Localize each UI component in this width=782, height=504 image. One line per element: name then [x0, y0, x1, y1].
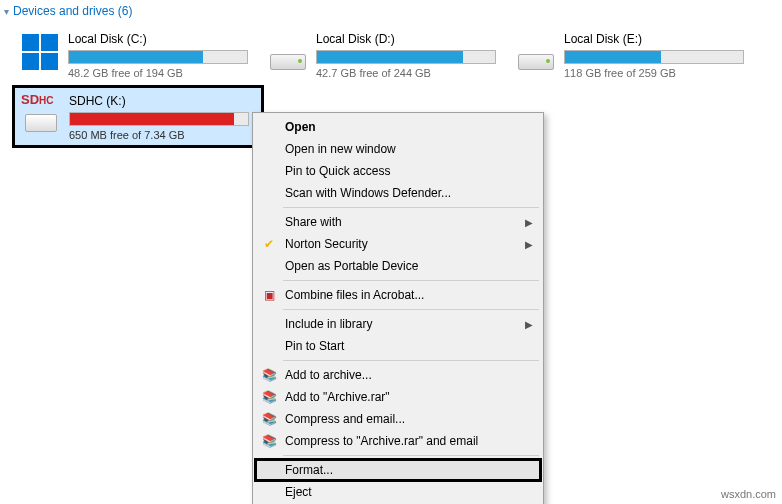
- menu-scan-defender[interactable]: Scan with Windows Defender...: [255, 182, 541, 204]
- drive-sdhc-k[interactable]: SDHC SDHC (K:) 650 MB free of 7.34 GB: [14, 87, 262, 146]
- menu-format[interactable]: Format...: [255, 459, 541, 481]
- hdd-icon: [516, 30, 556, 70]
- winrar-icon: 📚: [261, 367, 277, 383]
- drive-local-e[interactable]: Local Disk (E:) 118 GB free of 259 GB: [510, 26, 758, 83]
- watermark: wsxdn.com: [721, 488, 776, 500]
- windows-drive-icon: [20, 30, 60, 70]
- section-header[interactable]: ▾ Devices and drives (6): [0, 0, 782, 26]
- drive-name: Local Disk (D:): [316, 32, 504, 46]
- acrobat-icon: ▣: [261, 287, 277, 303]
- menu-combine-acrobat[interactable]: ▣ Combine files in Acrobat...: [255, 284, 541, 306]
- menu-separator: [283, 360, 539, 361]
- menu-separator: [283, 455, 539, 456]
- usage-bar: [69, 112, 249, 126]
- drive-name: Local Disk (C:): [68, 32, 256, 46]
- submenu-arrow-icon: ▶: [525, 319, 533, 330]
- menu-norton-security[interactable]: ✔ Norton Security▶: [255, 233, 541, 255]
- drive-name: SDHC (K:): [69, 94, 255, 108]
- menu-compress-rar-email[interactable]: 📚 Compress to "Archive.rar" and email: [255, 430, 541, 452]
- menu-pin-start[interactable]: Pin to Start: [255, 335, 541, 357]
- norton-icon: ✔: [261, 236, 277, 252]
- drive-local-c[interactable]: Local Disk (C:) 48.2 GB free of 194 GB: [14, 26, 262, 83]
- menu-include-library[interactable]: Include in library▶: [255, 313, 541, 335]
- drive-local-d[interactable]: Local Disk (D:) 42.7 GB free of 244 GB: [262, 26, 510, 83]
- submenu-arrow-icon: ▶: [525, 217, 533, 228]
- menu-open[interactable]: Open: [255, 116, 541, 138]
- menu-separator: [283, 309, 539, 310]
- menu-separator: [283, 207, 539, 208]
- winrar-icon: 📚: [261, 433, 277, 449]
- menu-pin-quick-access[interactable]: Pin to Quick access: [255, 160, 541, 182]
- drive-free-text: 118 GB free of 259 GB: [564, 67, 752, 79]
- menu-open-new-window[interactable]: Open in new window: [255, 138, 541, 160]
- winrar-icon: 📚: [261, 389, 277, 405]
- usage-bar: [68, 50, 248, 64]
- hdd-icon: [268, 30, 308, 70]
- submenu-arrow-icon: ▶: [525, 239, 533, 250]
- usage-bar: [316, 50, 496, 64]
- winrar-icon: 📚: [261, 411, 277, 427]
- drive-name: Local Disk (E:): [564, 32, 752, 46]
- drive-free-text: 48.2 GB free of 194 GB: [68, 67, 256, 79]
- sdhc-icon: SDHC: [21, 92, 61, 132]
- menu-add-archive[interactable]: 📚 Add to archive...: [255, 364, 541, 386]
- menu-compress-email[interactable]: 📚 Compress and email...: [255, 408, 541, 430]
- chevron-down-icon: ▾: [4, 6, 9, 17]
- menu-separator: [283, 280, 539, 281]
- section-title: Devices and drives (6): [13, 4, 132, 18]
- drive-free-text: 42.7 GB free of 244 GB: [316, 67, 504, 79]
- menu-share-with[interactable]: Share with▶: [255, 211, 541, 233]
- drive-free-text: 650 MB free of 7.34 GB: [69, 129, 255, 141]
- context-menu: Open Open in new window Pin to Quick acc…: [252, 112, 544, 504]
- menu-open-portable[interactable]: Open as Portable Device: [255, 255, 541, 277]
- menu-add-archive-rar[interactable]: 📚 Add to "Archive.rar": [255, 386, 541, 408]
- usage-bar: [564, 50, 744, 64]
- menu-eject[interactable]: Eject: [255, 481, 541, 503]
